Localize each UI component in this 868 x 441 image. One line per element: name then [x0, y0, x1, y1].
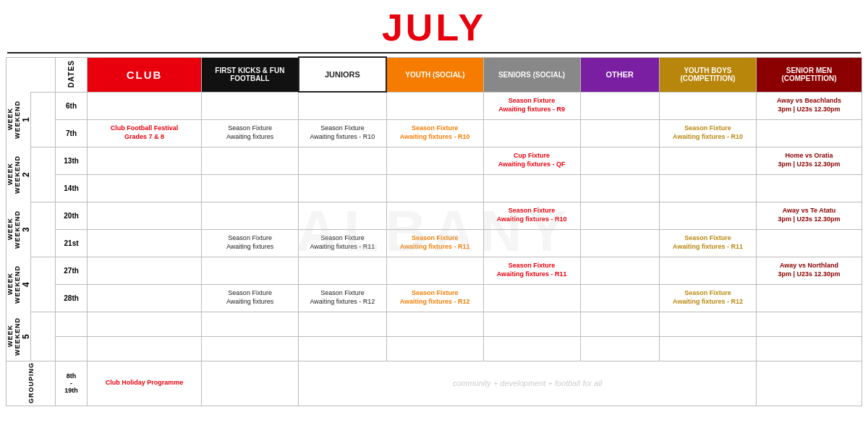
- week3-row1-other: [580, 202, 660, 229]
- week3-sub: [31, 202, 56, 257]
- week4-row2-seniormen: [756, 284, 861, 312]
- week4-row1-firstkicks: [202, 257, 299, 284]
- grouping-label: GROUPING: [7, 361, 56, 406]
- week5-row1-youthboys: [660, 312, 757, 336]
- week4-row2-seniors: [483, 284, 580, 312]
- week1-row1-seniors: Season FixtureAwaiting fixtures - R9: [483, 92, 580, 119]
- week1-row1-youthboys: [660, 92, 757, 119]
- week3-row2-juniors: Season FixtureAwaiting fixtures - R11: [299, 229, 387, 257]
- table-row: WEEKWEEKEND4 27th Season FixtureAwaiting…: [7, 257, 862, 284]
- week5-row1-juniors: [299, 312, 387, 336]
- week2-row1-seniormen: Home vs Oratia3pm | U23s 12.30pm: [756, 147, 861, 174]
- week4-row1-club: [87, 257, 201, 284]
- week1-row2-firstkicks: Season FixtureAwaiting fixtures: [202, 119, 299, 147]
- week1-row2-seniormen: [756, 119, 861, 147]
- week5-row2-club: [87, 336, 201, 361]
- table-row: WEEKWEEKEND5: [7, 312, 862, 336]
- header-week-col: [7, 57, 56, 92]
- week3-row2-other: [580, 229, 660, 257]
- week5-row2-other: [580, 336, 660, 361]
- week2-row2-other: [580, 174, 660, 202]
- header-seniormen: SENIOR MEN (COMPETITION): [756, 57, 861, 92]
- week1-row2-other: [580, 119, 660, 147]
- week3-label: WEEKWEEKEND3: [7, 202, 31, 257]
- table-row: WEEKWEEKEND3 20th Season FixtureAwaiting…: [7, 202, 862, 229]
- week2-row1-youth: [386, 147, 483, 174]
- week5-row2-youthboys: [660, 336, 757, 361]
- table-row: WEEKWEEKEND1 6th Season FixtureAwaiting …: [7, 92, 862, 119]
- header-firstkicks: FIRST KICKS & FUN FOOTBALL: [202, 57, 299, 92]
- week5-row1-club: [87, 312, 201, 336]
- week4-row2-juniors: Season FixtureAwaiting fixtures - R12: [299, 284, 387, 312]
- week4-row2-youthboys: Season FixtureAwaiting fixtures - R12: [660, 284, 757, 312]
- week4-date2: 28th: [56, 284, 88, 312]
- week2-row2-juniors: [299, 174, 387, 202]
- grouping-firstkicks: [202, 361, 299, 406]
- week4-row2-firstkicks: Season FixtureAwaiting fixtures: [202, 284, 299, 312]
- week1-row2-youth: Season FixtureAwaiting fixtures - R10: [386, 119, 483, 147]
- week5-row2-youth: [386, 336, 483, 361]
- week2-row2-club: [87, 174, 201, 202]
- week1-row2-club: Club Football FestivalGrades 7 & 8: [87, 119, 201, 147]
- week2-row1-juniors: [299, 147, 387, 174]
- grouping-seniormen: [756, 361, 861, 406]
- page-title-container: JULY: [0, 0, 868, 53]
- week5-label: WEEKWEEKEND5: [7, 312, 31, 361]
- week2-row2-youth: [386, 174, 483, 202]
- week2-row2-youthboys: [660, 174, 757, 202]
- week2-row2-firstkicks: [202, 174, 299, 202]
- week1-date1: 6th: [56, 92, 88, 119]
- week4-sub: [31, 257, 56, 312]
- week3-row1-seniors: Season FixtureAwaiting fixtures - R10: [483, 202, 580, 229]
- week1-sub: [31, 92, 56, 147]
- week3-date2: 21st: [56, 229, 88, 257]
- schedule-table: DATES CLUB FIRST KICKS & FUN FOOTBALL JU…: [6, 56, 862, 406]
- week2-row1-club: [87, 147, 201, 174]
- week2-row1-other: [580, 147, 660, 174]
- week3-row1-youth: [386, 202, 483, 229]
- grouping-club: Club Holiday Programme: [87, 361, 201, 406]
- week5-row2-seniors: [483, 336, 580, 361]
- week5-date1: [56, 312, 88, 336]
- header-dates: DATES: [56, 57, 88, 92]
- week1-row2-youthboys: Season FixtureAwaiting fixtures - R10: [660, 119, 757, 147]
- table-row: WEEKWEEKEND2 13th Cup FixtureAwaiting fi…: [7, 147, 862, 174]
- week3-row1-club: [87, 202, 201, 229]
- week4-row1-seniormen: Away vs Northland3pm | U23s 12.30pm: [756, 257, 861, 284]
- week1-row1-youth: [386, 92, 483, 119]
- header-seniors: SENIORS (SOCIAL): [483, 57, 580, 92]
- week4-row1-youth: [386, 257, 483, 284]
- header-other: OTHER: [580, 57, 660, 92]
- week1-row1-other: [580, 92, 660, 119]
- page-title: JULY: [0, 0, 868, 52]
- week4-date1: 27th: [56, 257, 88, 284]
- table-row: 21st Season FixtureAwaiting fixtures Sea…: [7, 229, 862, 257]
- week1-row1-seniormen: Away vs Beachlands3pm | U23s 12.30pm: [756, 92, 861, 119]
- week1-row1-club: [87, 92, 201, 119]
- week1-date2: 7th: [56, 119, 88, 147]
- main-table-wrap: ALBANY DATES CLUB FIRST KICKS & FUN FOOT: [0, 53, 868, 409]
- week3-row2-club: [87, 229, 201, 257]
- header-club: CLUB: [87, 57, 201, 92]
- week2-label: WEEKWEEKEND2: [7, 147, 31, 202]
- week5-date2: [56, 336, 88, 361]
- header-juniors: JUNIORS: [299, 57, 387, 92]
- week4-label: WEEKWEEKEND4: [7, 257, 31, 312]
- week1-row2-juniors: Season FixtureAwaiting fixtures - R10: [299, 119, 387, 147]
- week2-date2: 14th: [56, 174, 88, 202]
- week5-row2-juniors: [299, 336, 387, 361]
- week2-row1-youthboys: [660, 147, 757, 174]
- week3-row2-youth: Season FixtureAwaiting fixtures - R11: [386, 229, 483, 257]
- week5-row1-youth: [386, 312, 483, 336]
- table-row: [7, 336, 862, 361]
- week3-row2-seniors: [483, 229, 580, 257]
- week3-row1-youthboys: [660, 202, 757, 229]
- week2-sub: [31, 147, 56, 202]
- week4-row1-other: [580, 257, 660, 284]
- week5-row1-seniormen: [756, 312, 861, 336]
- week5-row2-firstkicks: [202, 336, 299, 361]
- week1-row2-seniors: [483, 119, 580, 147]
- week3-row1-firstkicks: [202, 202, 299, 229]
- week4-row1-youthboys: [660, 257, 757, 284]
- week5-row1-firstkicks: [202, 312, 299, 336]
